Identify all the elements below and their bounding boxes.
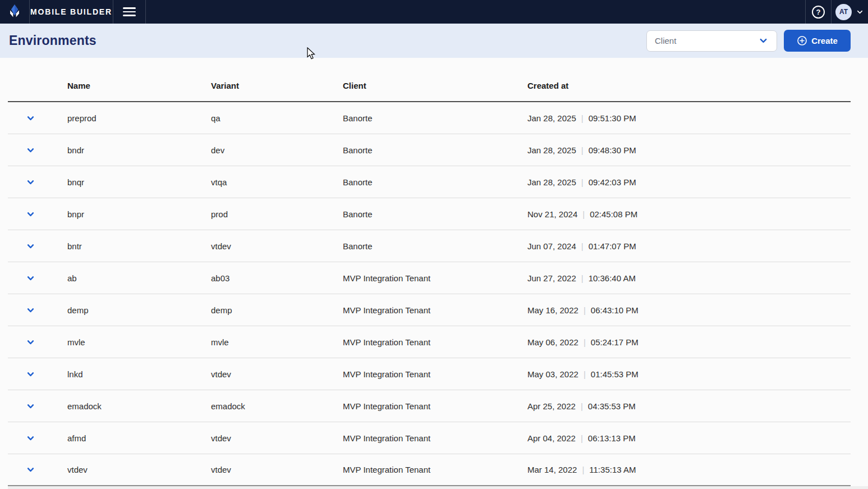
row-created: Jan 28, 2025 | 09:48:30 PM [527, 145, 851, 155]
table-row[interactable]: vtdev vtdev MVP Integration Tenant Mar 1… [8, 454, 851, 486]
expand-row-button[interactable] [25, 176, 36, 188]
row-created: Mar 14, 2022 | 11:35:13 AM [527, 465, 851, 474]
row-client: MVP Integration Tenant [343, 273, 527, 283]
chevron-down-icon [26, 465, 35, 474]
row-created-time: 05:24:17 PM [591, 337, 639, 347]
chevron-down-icon [26, 146, 35, 154]
row-variant: vtqa [211, 177, 343, 187]
brand-title: MOBILE BUILDER [30, 7, 112, 16]
row-client: Banorte [343, 145, 527, 155]
date-time-separator: | [582, 465, 584, 474]
expand-row-button[interactable] [25, 144, 36, 156]
date-time-separator: | [581, 241, 584, 251]
row-created-time: 01:45:53 PM [591, 369, 639, 379]
table-row[interactable]: emadock emadock MVP Integration Tenant A… [8, 390, 851, 422]
row-created-date: May 03, 2022 [527, 369, 578, 379]
row-name: preprod [67, 113, 211, 123]
expand-row-button[interactable] [25, 272, 36, 284]
help-button[interactable]: ? [805, 0, 832, 24]
row-created-date: Jan 28, 2025 [527, 113, 576, 123]
row-created: Apr 04, 2022 | 06:13:13 PM [527, 433, 851, 443]
create-button-label: Create [811, 36, 838, 45]
expand-row-button[interactable] [25, 240, 36, 252]
row-created: Nov 21, 2024 | 02:45:08 PM [527, 209, 851, 219]
table-row[interactable]: lnkd vtdev MVP Integration Tenant May 03… [8, 358, 851, 390]
hamburger-menu-button[interactable] [113, 0, 146, 24]
row-variant: vtdev [211, 369, 343, 379]
table-row[interactable]: bndr dev Banorte Jan 28, 2025 | 09:48:30… [8, 134, 851, 166]
date-time-separator: | [584, 305, 586, 315]
table-row[interactable]: ab ab03 MVP Integration Tenant Jun 27, 2… [8, 262, 851, 294]
row-client: MVP Integration Tenant [343, 369, 527, 379]
row-created-time: 06:13:13 PM [588, 433, 636, 443]
row-created-time: 11:35:13 AM [589, 465, 636, 474]
client-filter-placeholder: Client [655, 36, 676, 45]
row-created-date: Apr 04, 2022 [527, 433, 576, 443]
table-row[interactable]: bntr vtdev Banorte Jun 07, 2024 | 01:47:… [8, 230, 851, 262]
row-client: MVP Integration Tenant [343, 337, 527, 347]
row-name: demp [67, 305, 211, 315]
expand-row-button[interactable] [25, 336, 36, 348]
table-row[interactable]: afmd vtdev MVP Integration Tenant Apr 04… [8, 422, 851, 454]
hamburger-icon [123, 7, 136, 9]
table-row[interactable]: demp demp MVP Integration Tenant May 16,… [8, 294, 851, 326]
table-row[interactable]: preprod qa Banorte Jan 28, 2025 | 09:51:… [8, 102, 851, 134]
chevron-down-icon [26, 114, 35, 122]
row-created-time: 01:47:07 PM [589, 241, 636, 251]
chevron-down-icon [26, 306, 35, 314]
row-client: Banorte [343, 113, 527, 123]
row-created-time: 09:51:30 PM [589, 113, 636, 123]
app-logo[interactable] [0, 0, 30, 24]
logo-icon [7, 3, 22, 21]
top-bar: MOBILE BUILDER ? AT [0, 0, 868, 24]
row-name: bndr [67, 145, 211, 155]
row-name: bntr [67, 241, 211, 251]
expand-row-button[interactable] [25, 464, 36, 476]
row-created: May 03, 2022 | 01:45:53 PM [527, 369, 851, 379]
row-created-time: 06:43:10 PM [591, 305, 639, 315]
row-name: bnpr [67, 209, 211, 219]
client-filter-select[interactable]: Client [646, 30, 777, 52]
plus-circle-icon [797, 35, 807, 46]
chevron-down-icon [26, 178, 35, 186]
column-header-variant: Variant [211, 81, 343, 90]
expand-row-button[interactable] [25, 112, 36, 124]
expand-row-button[interactable] [25, 304, 36, 316]
chevron-down-icon [26, 402, 35, 410]
row-variant: demp [211, 305, 343, 315]
row-client: Banorte [343, 209, 527, 219]
chevron-down-icon [26, 242, 35, 250]
chevron-down-icon [856, 8, 864, 16]
table-header-row: Name Variant Client Created at [8, 58, 851, 102]
brand-section[interactable]: MOBILE BUILDER [30, 0, 113, 24]
expand-row-button[interactable] [25, 400, 36, 412]
row-client: Banorte [343, 177, 527, 187]
chevron-down-icon [26, 338, 35, 346]
row-variant: prod [211, 209, 343, 219]
row-name: afmd [67, 433, 211, 443]
row-created-date: Mar 14, 2022 [527, 465, 577, 474]
expand-row-button[interactable] [25, 432, 36, 444]
date-time-separator: | [581, 113, 584, 123]
row-name: bnqr [67, 177, 211, 187]
row-created: May 06, 2022 | 05:24:17 PM [527, 337, 851, 347]
row-variant: qa [211, 113, 343, 123]
expand-row-button[interactable] [25, 208, 36, 220]
create-button[interactable]: Create [784, 30, 851, 52]
date-time-separator: | [581, 433, 583, 443]
column-header-created: Created at [527, 81, 851, 90]
table-row[interactable]: bnqr vtqa Banorte Jan 28, 2025 | 09:42:0… [8, 166, 851, 198]
row-created-date: Jun 07, 2024 [527, 241, 576, 251]
expand-row-button[interactable] [25, 368, 36, 380]
table-row[interactable]: mvle mvle MVP Integration Tenant May 06,… [8, 326, 851, 358]
row-variant: ab03 [211, 273, 343, 283]
row-client: Banorte [343, 241, 527, 251]
row-variant: emadock [211, 401, 343, 411]
account-menu[interactable]: AT [832, 0, 868, 24]
row-client: MVP Integration Tenant [343, 433, 527, 443]
row-name: ab [67, 273, 211, 283]
date-time-separator: | [584, 369, 586, 379]
table-body: preprod qa Banorte Jan 28, 2025 | 09:51:… [8, 102, 851, 486]
table-row[interactable]: bnpr prod Banorte Nov 21, 2024 | 02:45:0… [8, 198, 851, 230]
row-name: lnkd [67, 369, 211, 379]
